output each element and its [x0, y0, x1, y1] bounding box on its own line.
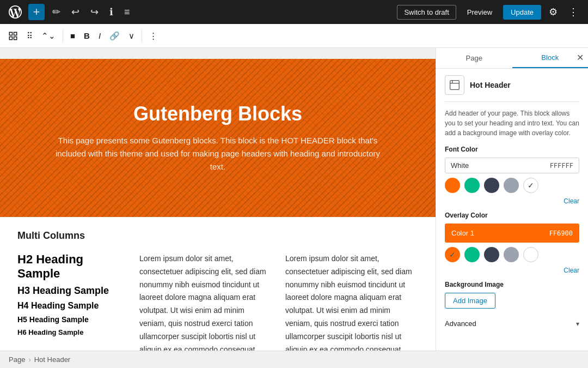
- font-color-label: Font Color: [445, 146, 579, 153]
- swatch-green[interactable]: [464, 178, 480, 193]
- breadcrumb-bar: Page › Hot Header: [0, 351, 588, 368]
- bold-button[interactable]: B: [80, 28, 94, 43]
- more-block-options-button[interactable]: ⋮: [145, 28, 161, 44]
- swatch-white[interactable]: [523, 178, 538, 193]
- drag-handle-button[interactable]: ⠿: [23, 28, 36, 44]
- sidebar-tabs: Page Block ✕: [436, 48, 588, 69]
- switch-to-draft-button[interactable]: Switch to draft: [397, 5, 456, 20]
- h3-heading: H3 Heading Sample: [17, 285, 126, 297]
- redo-button[interactable]: ↪: [87, 4, 102, 20]
- block-toolbar: ⠿ ⌃⌄ ■ B I 🔗 ∨ ⋮: [0, 24, 588, 48]
- block-icon-row: Hot Header: [445, 69, 579, 102]
- svg-rect-1: [14, 32, 17, 35]
- header-subtitle: This page presents some Gutenberg blocks…: [54, 134, 381, 173]
- overlay-color-hex: FF6900: [549, 230, 573, 237]
- overlay-color-swatches: ✓: [445, 247, 579, 262]
- sidebar-body: Hot Header Add header of your page. This…: [436, 69, 588, 351]
- tab-page[interactable]: Page: [436, 48, 512, 68]
- advanced-row[interactable]: Advanced ▾: [445, 315, 579, 332]
- hot-header-block[interactable]: Gutenberg Blocks This page presents some…: [0, 59, 436, 217]
- column-text-1: Lorem ipsum dolor sit amet, consectetuer…: [139, 252, 272, 351]
- lorem-text-1: Lorem ipsum dolor sit amet, consectetuer…: [139, 252, 272, 351]
- top-bar: + ✏ ↩ ↪ ℹ ≡ Switch to draft Preview Upda…: [0, 0, 588, 24]
- swatch-gray[interactable]: [504, 178, 519, 193]
- page-content: Multi Columns H2 Heading Sample H3 Headi…: [0, 217, 436, 351]
- update-button[interactable]: Update: [503, 5, 541, 20]
- block-description: Add header of your page. This block allo…: [445, 108, 579, 138]
- overlay-swatch-orange[interactable]: ✓: [445, 247, 460, 262]
- font-color-hex: FFFFFF: [550, 162, 573, 170]
- overlay-color-box[interactable]: Color 1 FF6900: [445, 224, 579, 243]
- block-name-label: Hot Header: [470, 81, 511, 89]
- tools-button[interactable]: ✏: [49, 4, 64, 20]
- columns-layout: H2 Heading Sample H3 Heading Sample H4 H…: [17, 252, 418, 351]
- wp-logo: [7, 3, 24, 21]
- block-type-button[interactable]: [4, 28, 22, 44]
- font-color-clear-link[interactable]: Clear: [445, 197, 579, 205]
- chevron-down-icon: ▾: [576, 320, 579, 328]
- editor-area[interactable]: Gutenberg Blocks This page presents some…: [0, 48, 436, 351]
- move-up-down-button[interactable]: ⌃⌄: [38, 28, 59, 44]
- column-text-2: Lorem ipsum dolor sit amet, consectetuer…: [285, 252, 418, 351]
- block-icon: [445, 75, 464, 95]
- font-color-input-row[interactable]: White FFFFFF: [445, 158, 579, 173]
- svg-rect-3: [14, 37, 17, 39]
- swatch-dark-blue[interactable]: [484, 178, 499, 193]
- square-button[interactable]: ■: [66, 28, 79, 43]
- overlay-swatch-green[interactable]: [464, 247, 480, 262]
- preview-button[interactable]: Preview: [461, 5, 499, 19]
- more-options-button[interactable]: ⋮: [565, 4, 581, 20]
- font-color-swatches: [445, 178, 579, 193]
- overlay-color-clear-link[interactable]: Clear: [445, 267, 579, 274]
- svg-rect-0: [9, 32, 12, 35]
- h6-heading: H6 Heading Sample: [17, 328, 126, 336]
- list-view-button[interactable]: ≡: [121, 4, 133, 20]
- h2-heading: H2 Heading Sample: [17, 252, 126, 281]
- link-button[interactable]: 🔗: [106, 28, 124, 44]
- svg-rect-4: [450, 81, 460, 90]
- right-sidebar: Page Block ✕ Hot Header Add header of yo…: [436, 48, 588, 351]
- advanced-label: Advanced: [445, 319, 476, 328]
- italic-button[interactable]: I: [95, 28, 105, 43]
- svg-rect-2: [9, 37, 12, 39]
- info-button[interactable]: ℹ: [106, 4, 117, 20]
- font-color-name: White: [451, 161, 550, 170]
- overlay-swatch-dark-blue[interactable]: [484, 247, 499, 262]
- breadcrumb-page[interactable]: Page: [9, 355, 25, 364]
- overlay-color-label: Overlay Color: [445, 212, 579, 219]
- header-title: Gutenberg Blocks: [54, 102, 381, 125]
- background-image-label: Background Image: [445, 281, 579, 288]
- editor-content: Gutenberg Blocks This page presents some…: [0, 59, 436, 351]
- h5-heading: H5 Heading Sample: [17, 315, 126, 324]
- sidebar-close-button[interactable]: ✕: [577, 52, 584, 63]
- overlay-swatch-gray[interactable]: [504, 247, 519, 262]
- add-image-button[interactable]: Add Image: [445, 293, 495, 309]
- swatch-orange[interactable]: [445, 178, 460, 193]
- undo-button[interactable]: ↩: [68, 4, 83, 20]
- main-area: Gutenberg Blocks This page presents some…: [0, 48, 588, 351]
- column-headings: H2 Heading Sample H3 Heading Sample H4 H…: [17, 252, 126, 351]
- h4-heading: H4 Heading Sample: [17, 301, 126, 311]
- lorem-text-3: Lorem ipsum dolor sit amet, consectetuer…: [285, 252, 418, 351]
- breadcrumb-separator: ›: [28, 355, 30, 364]
- overlay-swatch-white[interactable]: [523, 247, 538, 262]
- more-rich-text-button[interactable]: ∨: [125, 28, 138, 44]
- header-content: Gutenberg Blocks This page presents some…: [54, 102, 381, 173]
- settings-button[interactable]: ⚙: [546, 4, 561, 20]
- section-title: Multi Columns: [17, 230, 418, 242]
- overlay-color-name: Color 1: [451, 229, 549, 237]
- breadcrumb-hot-header[interactable]: Hot Header: [34, 355, 70, 364]
- add-block-button[interactable]: +: [28, 4, 45, 20]
